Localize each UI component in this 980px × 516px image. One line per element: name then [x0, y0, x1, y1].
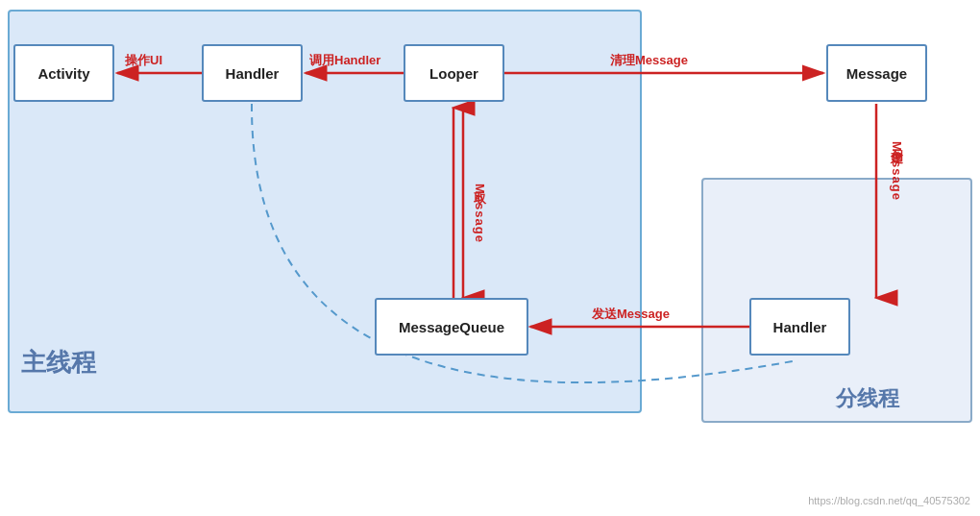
label-diaoyong-handler: 调用Handler [309, 52, 380, 69]
handler-main-node: Handler [202, 44, 303, 102]
diagram-container: 主线程 分线程 [0, 0, 980, 516]
main-thread-label: 主线程 [21, 346, 96, 380]
label-caozuo-ui: 操作UI [125, 52, 162, 69]
message-top-node: Message [826, 44, 927, 102]
message-queue-node: MessageQueue [375, 298, 528, 356]
watermark: https://blog.csdn.net/qq_40575302 [808, 495, 970, 506]
label-qu-message: 取Message [471, 183, 488, 243]
label-qingli-message: 清理Message [610, 52, 688, 69]
label-fasong-message: 发送Message [592, 306, 670, 323]
handler-sub-node: Handler [749, 298, 850, 356]
looper-node: Looper [404, 44, 504, 102]
label-chuangjian-message: 创建Message [888, 139, 905, 201]
sub-thread-label: 分线程 [836, 384, 899, 413]
activity-node: Activity [13, 44, 114, 102]
